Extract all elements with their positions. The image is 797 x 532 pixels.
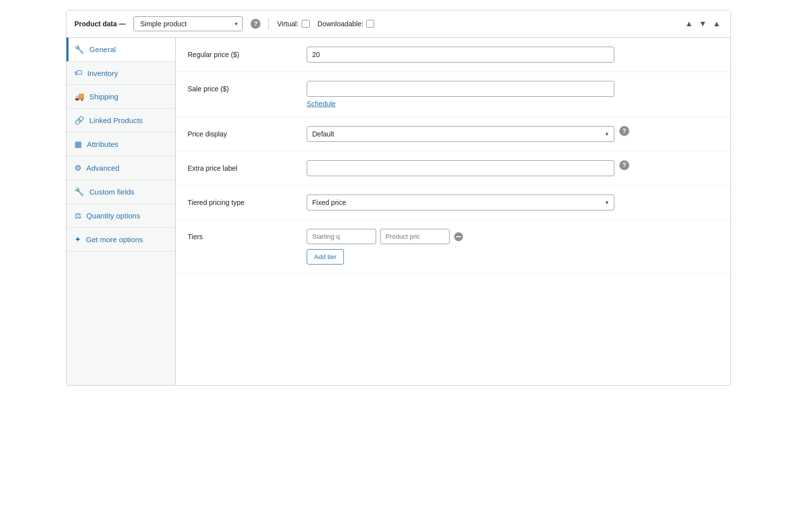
arrow-up-button[interactable]: ▲ <box>683 17 695 30</box>
main-content: Regular price ($) Sale price ($) Schedul… <box>176 38 731 385</box>
product-data-panel: Product data — Simple product Variable p… <box>66 10 731 386</box>
tiered-pricing-type-select-wrapper: Fixed price Percentage discount Fixed di… <box>307 195 614 210</box>
sale-price-label: Sale price ($) <box>188 81 297 93</box>
sale-price-row: Sale price ($) Schedule <box>176 72 731 117</box>
sidebar: 🔧 General 🏷 Inventory 🚚 Shipping 🔗 Linke… <box>66 38 176 385</box>
sidebar-item-quantity-options[interactable]: ⚖ Quantity options <box>66 204 175 228</box>
header-arrows: ▲ ▼ ▲ <box>683 17 723 30</box>
price-display-input-wrapper: Default Price only Price per unit Minimu… <box>307 126 719 142</box>
bars-icon: ⚖ <box>74 211 81 220</box>
sidebar-item-advanced[interactable]: ⚙ Advanced <box>66 156 175 180</box>
sidebar-item-quantity-options-label: Quantity options <box>86 211 140 220</box>
star-icon: ✦ <box>74 235 81 244</box>
gear-icon: ⚙ <box>74 163 81 173</box>
sidebar-item-inventory-label: Inventory <box>87 69 118 77</box>
downloadable-checkbox[interactable] <box>366 20 374 28</box>
sidebar-item-shipping-label: Shipping <box>89 92 118 101</box>
product-type-help-icon[interactable]: ? <box>251 19 261 29</box>
add-tier-button[interactable]: Add tier <box>307 249 344 265</box>
sidebar-item-get-more-options-label: Get more options <box>86 235 143 244</box>
virtual-label: Virtual: <box>277 20 298 28</box>
regular-price-row: Regular price ($) <box>176 38 731 72</box>
tiers-inputs-area: Add tier <box>307 229 719 265</box>
arrow-up-alt-button[interactable]: ▲ <box>711 17 723 30</box>
grid-icon: ▦ <box>74 139 82 149</box>
sidebar-item-linked-products-label: Linked Products <box>89 116 143 125</box>
arrow-down-button[interactable]: ▼ <box>697 17 709 30</box>
tiers-row: Tiers Add tier <box>176 220 731 274</box>
sidebar-item-attributes-label: Attributes <box>87 140 118 148</box>
sidebar-item-general[interactable]: 🔧 General <box>66 38 175 62</box>
tiered-pricing-type-label: Tiered pricing type <box>188 195 297 206</box>
header-divider <box>268 18 269 30</box>
sale-price-input[interactable] <box>307 81 614 97</box>
price-display-select[interactable]: Default Price only Price per unit Minimu… <box>307 126 614 142</box>
downloadable-label: Downloadable: <box>318 20 364 28</box>
extra-price-label-input-wrapper: ? <box>307 160 719 176</box>
sale-price-wrapper: Schedule <box>307 81 614 108</box>
tag-icon: 🏷 <box>74 68 82 77</box>
sidebar-item-linked-products[interactable]: 🔗 Linked Products <box>66 109 175 133</box>
tier-product-price-input[interactable] <box>380 229 450 244</box>
truck-icon: 🚚 <box>74 92 84 101</box>
extra-price-label-help-icon[interactable]: ? <box>619 160 629 170</box>
tier-remove-button[interactable] <box>454 232 464 242</box>
product-type-select[interactable]: Simple product Variable product Grouped … <box>133 16 243 31</box>
sidebar-item-custom-fields-label: Custom fields <box>89 188 134 196</box>
virtual-checkbox[interactable] <box>302 20 310 28</box>
regular-price-input[interactable] <box>307 47 614 63</box>
sidebar-item-general-label: General <box>89 45 116 54</box>
wrench-icon: 🔧 <box>74 45 84 54</box>
regular-price-input-wrapper <box>307 47 719 63</box>
tiered-pricing-type-input-wrapper: Fixed price Percentage discount Fixed di… <box>307 195 719 210</box>
sidebar-item-shipping[interactable]: 🚚 Shipping <box>66 85 175 109</box>
product-data-title: Product data — <box>74 20 126 28</box>
sidebar-item-custom-fields[interactable]: 🔧 Custom fields <box>66 180 175 204</box>
sidebar-item-inventory[interactable]: 🏷 Inventory <box>66 62 175 85</box>
product-data-header: Product data — Simple product Variable p… <box>66 10 731 38</box>
tiers-label: Tiers <box>188 229 297 241</box>
schedule-link[interactable]: Schedule <box>307 100 614 108</box>
price-display-label: Price display <box>188 126 297 138</box>
tier-starting-qty-input[interactable] <box>307 229 376 244</box>
sale-price-input-wrapper: Schedule <box>307 81 719 108</box>
price-display-select-wrapper: Default Price only Price per unit Minimu… <box>307 126 614 142</box>
sidebar-item-advanced-label: Advanced <box>86 164 120 172</box>
remove-circle-icon <box>454 232 464 242</box>
extra-price-label-input[interactable] <box>307 160 614 176</box>
sidebar-item-get-more-options[interactable]: ✦ Get more options <box>66 228 175 252</box>
link-icon: 🔗 <box>74 116 84 125</box>
sidebar-item-attributes[interactable]: ▦ Attributes <box>66 133 175 156</box>
extra-price-label-row: Extra price label ? <box>176 151 731 186</box>
downloadable-checkbox-group: Downloadable: <box>318 20 375 28</box>
tier-row <box>307 229 719 244</box>
tiered-pricing-type-select[interactable]: Fixed price Percentage discount Fixed di… <box>307 195 614 210</box>
virtual-checkbox-group: Virtual: <box>277 20 309 28</box>
tiered-pricing-type-row: Tiered pricing type Fixed price Percenta… <box>176 186 731 220</box>
product-type-select-wrapper: Simple product Variable product Grouped … <box>133 16 243 31</box>
regular-price-label: Regular price ($) <box>188 47 297 59</box>
extra-price-label-label: Extra price label <box>188 160 297 172</box>
price-display-row: Price display Default Price only Price p… <box>176 117 731 151</box>
product-data-body: 🔧 General 🏷 Inventory 🚚 Shipping 🔗 Linke… <box>66 38 731 385</box>
price-display-help-icon[interactable]: ? <box>619 126 629 136</box>
wrench-small-icon: 🔧 <box>74 187 84 197</box>
